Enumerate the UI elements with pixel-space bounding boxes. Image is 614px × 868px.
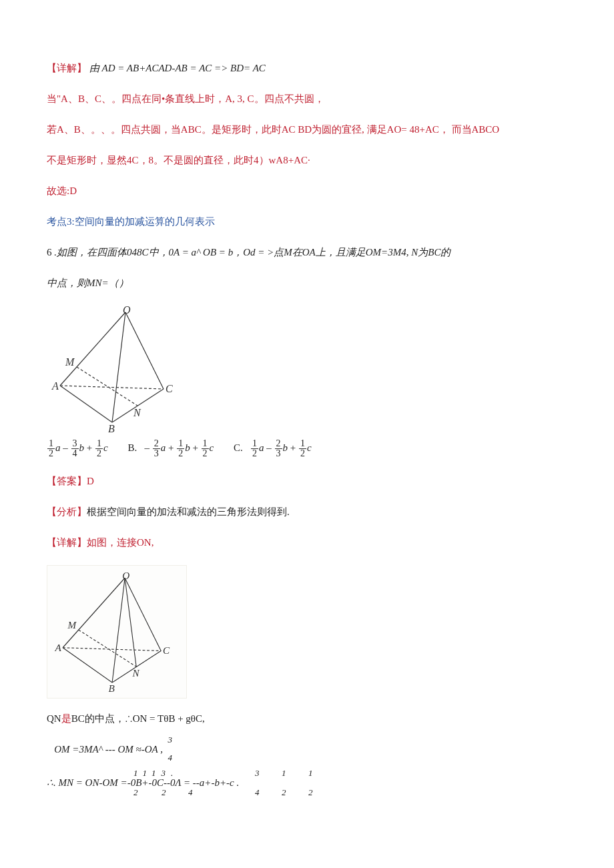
answer-value: D [87, 476, 94, 486]
label-N: N [133, 407, 141, 418]
label-C: C [166, 383, 173, 394]
svg-line-12 [63, 648, 161, 651]
svg-line-8 [112, 578, 125, 683]
q6-body1: .如图，在四面体048C中，0A = a^ OB = b，Od = >点M在OA… [54, 247, 450, 258]
question-6-line2: 中点，则MN=（） [47, 275, 567, 291]
choice-c-label: C. [234, 442, 243, 453]
om-body: OM =3MA^ --- OM ≈-OA , [54, 744, 163, 755]
line-cocircular-1: 若A、B、。、。四点共圆，当ABC。是矩形时，此时AC BD为圆的宜径, 满足A… [47, 121, 567, 137]
line-MN: 1113. 2 2 4 3 1 1 4 2 2 ∴. MN = ON-OM =-… [47, 775, 567, 791]
choice-b-label: B. [127, 442, 137, 453]
tetrahedron-figure-1: O A B C M N [47, 306, 180, 432]
om-over: 3 [166, 733, 175, 747]
line-cocircular-2: 不是矩形时，显然4C，8。不是圆的直径，此时4）wA8+AC· [47, 152, 567, 168]
mn-under3: 4 [188, 786, 193, 800]
om-under: 4 [166, 751, 175, 765]
choice-c: C. 12a – 23b + 12c [234, 439, 312, 458]
line-QN: QN是BC的中点，∴ON = TθB + gθC, [47, 711, 567, 727]
mn-under1: 2 [133, 786, 138, 800]
q6-number: 6 [47, 247, 54, 258]
line-OM: OM =3MA^ --- OM ≈-OA , 3 4 [47, 741, 567, 757]
question-6-line1: 6 .如图，在四面体048C中，0A = a^ OB = b，Od = >点M在… [47, 244, 567, 260]
label-O: O [123, 306, 131, 316]
label2-O: O [122, 570, 129, 581]
label2-N: N [132, 667, 140, 679]
detail-line-2: 【详解】如图，连接ON, [47, 534, 567, 550]
qn-post: BC的中点，∴ON = TθB + gθC, [71, 713, 205, 724]
label2-A: A [55, 642, 62, 653]
svg-line-10 [63, 648, 112, 683]
detail-body: 由 AD = AB+ACAD-AB = AC => BD= AC [89, 63, 266, 73]
choices-row: 12a – 34b + 12c B. – 23a + 12b + 12c C. … [47, 439, 567, 458]
mn-rover3: 1 [308, 767, 313, 781]
qn-pre: QN [47, 713, 61, 724]
detail-tag: 【详解】 [47, 63, 87, 73]
tetrahedron-figure-2: O A B C M N [50, 568, 177, 695]
mn-under2: 2 [162, 786, 166, 800]
svg-line-5 [60, 386, 164, 389]
tetra-figure-2-box: O A B C M N [47, 565, 187, 699]
mn-runder2: 2 [282, 786, 286, 800]
choice-b: B. – 23a + 12b + 12c [127, 439, 214, 458]
mn-runder3: 2 [308, 786, 313, 800]
svg-line-9 [125, 578, 161, 650]
mn-rover2: 1 [282, 767, 286, 781]
mn-over: 1113. [133, 767, 178, 781]
analysis-tag: 【分析】 [47, 506, 87, 517]
answer-choice-line: 故选:D [47, 183, 567, 199]
analysis-line: 【分析】根据空间向量的加法和减法的三角形法则得到. [47, 504, 567, 520]
label-M: M [65, 356, 75, 368]
choice-a: 12a – 34b + 12c [47, 439, 108, 458]
svg-line-0 [60, 312, 125, 386]
detail-paragraph-1: 【详解】 由 AD = AB+ACAD-AB = AC => BD= AC [47, 60, 567, 76]
label-A: A [51, 380, 59, 392]
line-collinear: 当"A、B、C、。四点在同•条直线上时，A, 3, C。四点不共圆， [47, 91, 567, 107]
qn-mid: 是 [61, 713, 71, 724]
svg-line-2 [125, 312, 164, 389]
mn-runder1: 4 [255, 786, 260, 800]
svg-line-14 [125, 578, 136, 667]
topic-3-heading: 考点3:空间向量的加减运算的几何表示 [47, 213, 567, 230]
analysis-body: 根据空间向量的加法和减法的三角形法则得到. [87, 506, 290, 517]
answer-line: 【答案】D [47, 473, 567, 489]
svg-line-1 [112, 312, 125, 422]
label2-B: B [108, 683, 114, 694]
svg-line-7 [63, 578, 125, 648]
label-B: B [108, 423, 115, 432]
svg-line-3 [60, 386, 112, 422]
label2-M: M [67, 619, 77, 630]
detail2-tag: 【详解】 [47, 537, 87, 548]
label2-C: C [163, 644, 170, 656]
mn-rover1: 3 [255, 767, 260, 781]
answer-tag: 【答案】 [47, 476, 87, 486]
detail2-body: 如图，连接ON, [87, 537, 154, 548]
